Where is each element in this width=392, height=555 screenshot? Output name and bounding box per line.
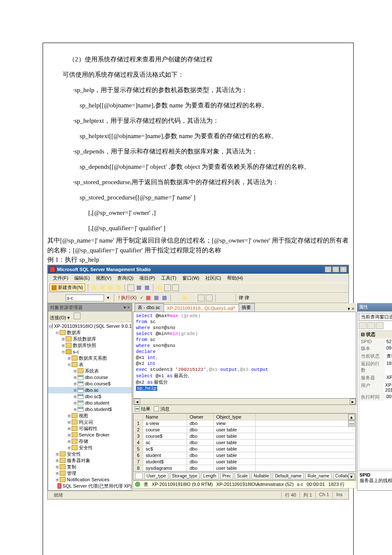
properties-pane: 属性▾ × 当前查询窗口选项▾ ⊟ 状态 SPID52 版本09.00.1399… bbox=[357, 303, 392, 491]
sql-selected-text: sp_help bbox=[136, 386, 157, 391]
menu-project[interactable]: 项目(P) bbox=[137, 275, 158, 282]
execute-button[interactable]: ! 执行(X) bbox=[117, 295, 138, 301]
sql-editor[interactable]: select @max=max (grade) from sc where sn… bbox=[133, 312, 356, 399]
menu-help[interactable]: 帮助(H) bbox=[225, 275, 245, 282]
minimize-button[interactable]: _ bbox=[325, 266, 331, 272]
saveall-button[interactable] bbox=[144, 284, 150, 291]
refresh-icon[interactable] bbox=[82, 312, 89, 319]
grid-scroll-down[interactable]: ▾ bbox=[348, 474, 355, 480]
tree-synonyms[interactable]: 同义词 bbox=[79, 419, 93, 425]
tree-databases[interactable]: 数据库 bbox=[67, 330, 81, 336]
object-explorer-title: 对象资源管理器▾ × bbox=[48, 304, 132, 312]
properties-selector[interactable]: 当前查询窗口选项▾ bbox=[359, 313, 392, 321]
tree-table-courseS[interactable]: dbo.course$ bbox=[85, 381, 111, 387]
close-button[interactable]: × bbox=[340, 266, 347, 272]
tree-serverobjects[interactable]: 服务器对象 bbox=[67, 457, 90, 464]
filter-icon[interactable] bbox=[74, 312, 81, 319]
tree-management[interactable]: 管理 bbox=[67, 470, 76, 477]
menu-window[interactable]: 窗口(W) bbox=[180, 275, 202, 282]
tab-table[interactable]: 表 - dbo.sc bbox=[135, 303, 164, 312]
tree-table-student[interactable]: dbo.student bbox=[85, 400, 110, 406]
results-grid[interactable]: Name Owner Object_type 1s-viewdboview 2c… bbox=[133, 413, 356, 480]
connect-icon[interactable] bbox=[49, 295, 56, 301]
tree-systables[interactable]: 系统表 bbox=[85, 368, 99, 374]
tree-security[interactable]: 安全性 bbox=[79, 445, 93, 451]
tree-programmability[interactable]: 可编程性 bbox=[79, 425, 98, 432]
db-icon-button[interactable] bbox=[115, 284, 122, 291]
prop-cat-button[interactable] bbox=[359, 322, 366, 329]
results-grid-button[interactable] bbox=[198, 295, 205, 301]
database-combo[interactable] bbox=[66, 295, 104, 301]
results-file-button[interactable] bbox=[206, 295, 213, 301]
titlebar[interactable]: Microsoft SQL Server Management Studio _… bbox=[48, 265, 349, 274]
save-button[interactable] bbox=[135, 284, 142, 291]
maximize-button[interactable]: □ bbox=[332, 266, 339, 272]
tree-server[interactable]: XP-2011091918IO (SQL Server 9.0.1399 - X… bbox=[54, 323, 132, 330]
tree-table-scS[interactable]: dbo.sc$ bbox=[85, 393, 101, 400]
tree-tables[interactable]: 表 bbox=[79, 361, 84, 368]
prop-alpha-button[interactable] bbox=[367, 322, 375, 329]
tree-storage[interactable]: 存储 bbox=[79, 438, 88, 445]
result-tabs: 结果 消息 bbox=[133, 405, 356, 413]
tree-notifications[interactable]: Notification Services bbox=[67, 477, 110, 483]
tab-dropdown[interactable]: ▾ × bbox=[346, 306, 356, 312]
tab-summary[interactable]: 摘要 bbox=[239, 303, 255, 312]
tab-results[interactable]: 结果 bbox=[135, 406, 150, 412]
query-status-bar: 查 XP-2011091918IO (9.0 RTM) XP-201109191… bbox=[133, 480, 356, 489]
menu-view[interactable]: 视图(V) bbox=[93, 275, 114, 282]
grid-scroll-line[interactable]: — bbox=[348, 420, 355, 426]
prop-page-button[interactable] bbox=[376, 322, 383, 329]
status-ch: Ch 1 bbox=[315, 492, 332, 498]
menu-file[interactable]: 文件(F) bbox=[50, 275, 71, 282]
stop-button[interactable] bbox=[145, 295, 152, 301]
grid-scroll-up[interactable]: ▴ bbox=[348, 414, 355, 420]
tree-snapshots[interactable]: 数据库快照 bbox=[73, 342, 96, 349]
pane-pin-icon[interactable]: ▾ × bbox=[124, 305, 130, 310]
tree[interactable]: ⊟XP-2011091918IO (SQL Server 9.0.1399 - … bbox=[48, 322, 132, 490]
workarea: 对象资源管理器▾ × 连接(O) ▾ ⊟XP-2011091918IO (SQL… bbox=[48, 303, 349, 491]
db-icon-button[interactable] bbox=[107, 284, 114, 291]
list-button[interactable] bbox=[156, 284, 163, 291]
tree-replication[interactable]: 复制 bbox=[67, 464, 76, 470]
parse-button[interactable] bbox=[153, 295, 160, 301]
connect-row[interactable]: 连接(O) ▾ bbox=[48, 312, 132, 322]
tree-db-sc[interactable]: s-c bbox=[73, 349, 79, 355]
results-text-button[interactable] bbox=[190, 295, 196, 301]
tab-query[interactable]: XP-2011091918...QLQuery1.sql* bbox=[164, 304, 239, 312]
scroll-right-icon[interactable]: ▸ bbox=[350, 399, 356, 405]
success-icon bbox=[135, 482, 140, 487]
grid-header-type[interactable]: Object_type bbox=[213, 413, 256, 420]
tree-servicebroker[interactable]: Service Broker bbox=[79, 432, 110, 438]
db-icon-button[interactable] bbox=[91, 284, 98, 291]
tree-table-studentS[interactable]: dbo.student$ bbox=[85, 406, 112, 413]
menu-tools[interactable]: 工具(T) bbox=[159, 275, 179, 282]
menu-community[interactable]: 社区(C) bbox=[203, 275, 224, 282]
tree-agent[interactable]: SQL Server 代理(已禁用代理 XP) bbox=[63, 483, 132, 489]
tab-messages[interactable]: 消息 bbox=[154, 406, 170, 412]
tree-table-sc[interactable]: dbo.sc bbox=[85, 387, 98, 393]
tool-button[interactable] bbox=[173, 295, 180, 301]
new-query-button[interactable]: 新建查询(N) bbox=[49, 283, 85, 292]
change-conn-icon[interactable] bbox=[58, 295, 64, 301]
open-button[interactable] bbox=[127, 284, 134, 291]
tree-sysdb[interactable]: 系统数据库 bbox=[73, 336, 96, 342]
scroll-left-icon[interactable]: ◂ bbox=[134, 399, 140, 405]
properties-grid[interactable]: ⊟ 状态 SPID52 版本09.00.1399 当前状态查询已成功执行。 返回… bbox=[359, 330, 392, 469]
menu-query[interactable]: 查询(Q) bbox=[115, 275, 136, 282]
db-icon-button[interactable] bbox=[99, 284, 106, 291]
tool-button[interactable] bbox=[172, 284, 179, 291]
tree-diagrams[interactable]: 数据库关系图 bbox=[79, 355, 107, 361]
menu-edit[interactable]: 编辑(E) bbox=[72, 275, 92, 282]
uncomment-button[interactable] bbox=[226, 295, 233, 301]
tool-button[interactable] bbox=[182, 295, 188, 301]
comment-button[interactable] bbox=[218, 295, 225, 301]
tree-security2[interactable]: 安全性 bbox=[67, 451, 81, 457]
ssms-window: Microsoft SQL Server Management Studio _… bbox=[47, 265, 349, 500]
tree-table-course[interactable]: dbo.course bbox=[85, 374, 108, 381]
grid-header-name[interactable]: Name bbox=[143, 413, 187, 420]
doc-b1a: ·sp_help，用于显示存储过程的参数机器数据类型，其语法为： bbox=[47, 82, 349, 98]
tree-views[interactable]: 视图 bbox=[79, 413, 88, 419]
plan-button[interactable] bbox=[161, 295, 168, 301]
grid-header-owner[interactable]: Owner bbox=[187, 413, 214, 420]
props-button[interactable] bbox=[164, 284, 171, 291]
